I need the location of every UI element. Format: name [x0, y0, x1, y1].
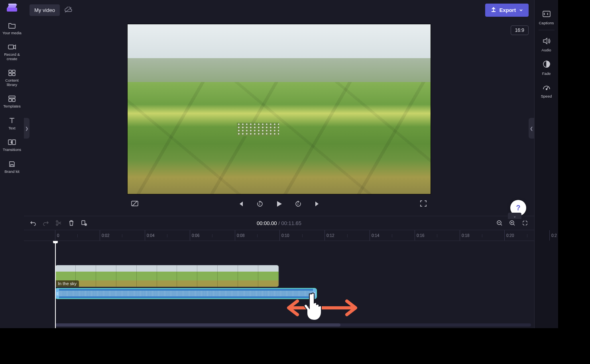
- chevron-down-icon: [519, 7, 523, 13]
- svg-line-14: [132, 201, 137, 206]
- ruler-tick: 0:06: [190, 230, 199, 241]
- audio-clip-right-handle[interactable]: ||: [313, 289, 316, 298]
- ruler-tick: 0:02: [100, 230, 109, 241]
- timeline-toolbar: 00:00.00 / 00:11.65: [24, 216, 534, 230]
- audio-clip[interactable]: || ||: [55, 288, 317, 299]
- video-clip-label: In the sky: [55, 280, 79, 287]
- zoom-fit-icon[interactable]: [521, 219, 529, 227]
- app-logo[interactable]: [5, 2, 19, 13]
- transitions-icon: [8, 138, 16, 146]
- sidebar-item-label: Record & create: [1, 53, 23, 61]
- sidebar-item-label: Fade: [542, 71, 551, 76]
- svg-rect-5: [9, 73, 12, 76]
- sidebar-item-label: Speed: [541, 94, 552, 98]
- sidebar-item-library[interactable]: Content library: [1, 66, 23, 92]
- svg-rect-8: [9, 99, 12, 102]
- audio-clip-left-handle[interactable]: ||: [56, 289, 59, 298]
- svg-rect-1: [8, 4, 16, 5]
- audio-waveform: [59, 289, 313, 298]
- project-title-button[interactable]: My video: [30, 4, 60, 16]
- expand-right-panel-handle[interactable]: ❮: [529, 118, 534, 139]
- main-editor: My video Export 16:9 ❯ ❮ 5: [24, 0, 534, 328]
- redo-icon: [42, 219, 49, 227]
- duration-time: 00:11.65: [281, 220, 301, 226]
- aspect-ratio-button[interactable]: 16:9: [511, 25, 529, 35]
- sidebar-item-label: Transitions: [3, 148, 21, 152]
- svg-rect-3: [9, 70, 12, 72]
- svg-point-18: [56, 224, 58, 225]
- rewind-5s-icon[interactable]: 5: [256, 200, 264, 208]
- svg-rect-11: [12, 140, 16, 145]
- timeline-scrollbar-thumb[interactable]: [55, 323, 340, 327]
- ruler-tick: 0:16: [415, 230, 424, 241]
- ruler-tick: 0:04: [145, 230, 154, 241]
- ruler-tick: 0:12: [324, 230, 334, 241]
- sidebar-item-fade[interactable]: Fade: [535, 56, 558, 80]
- skip-start-icon[interactable]: [236, 200, 245, 208]
- templates-icon: [8, 95, 16, 103]
- sidebar-item-transitions[interactable]: Transitions: [1, 135, 23, 157]
- sidebar-item-audio[interactable]: Audio: [535, 33, 558, 56]
- scissors-icon: [55, 219, 62, 227]
- sidebar-item-media[interactable]: Your media: [1, 18, 23, 40]
- export-button[interactable]: Export: [485, 4, 529, 17]
- svg-point-17: [56, 221, 58, 222]
- playhead[interactable]: [55, 241, 56, 328]
- trash-icon[interactable]: [68, 219, 75, 227]
- speedometer-icon: [543, 84, 551, 92]
- skip-end-icon[interactable]: [313, 200, 322, 208]
- right-sidebar: Captions Audio Fade Speed: [534, 0, 558, 328]
- ruler-tick: 0:18: [460, 230, 469, 241]
- svg-rect-9: [12, 99, 15, 102]
- text-icon: [8, 117, 16, 125]
- undo-icon[interactable]: [30, 219, 37, 227]
- split-copy-icon[interactable]: [81, 219, 88, 227]
- folder-icon: [8, 22, 16, 29]
- ruler-tick: 0:14: [370, 230, 379, 241]
- fade-icon: [543, 60, 551, 70]
- ruler-tick: 0:08: [235, 230, 244, 241]
- sidebar-item-label: Text: [8, 126, 15, 130]
- video-preview-canvas[interactable]: [127, 24, 431, 194]
- sidebar-item-label: Captions: [539, 21, 554, 25]
- fullscreen-icon[interactable]: [419, 199, 428, 208]
- forward-5s-icon[interactable]: 5: [294, 200, 303, 208]
- captions-icon: [542, 10, 551, 19]
- speaker-icon: [543, 37, 551, 46]
- safe-zone-toggle-icon[interactable]: [130, 199, 139, 208]
- zoom-out-icon[interactable]: [496, 219, 503, 227]
- ruler-tick: 0:10: [279, 230, 289, 241]
- transport-controls: 5 5: [127, 196, 431, 212]
- camera-icon: [8, 43, 16, 51]
- timeline-scrollbar[interactable]: [55, 323, 531, 327]
- timeline-ruler[interactable]: 0 0:02 0:04 0:06 0:08 0:10 0:12 0:14 0:1…: [24, 230, 534, 241]
- expand-left-panel-handle[interactable]: ❯: [24, 118, 30, 139]
- svg-text:5: 5: [297, 203, 299, 205]
- sidebar-item-templates[interactable]: Templates: [1, 92, 23, 113]
- svg-rect-4: [12, 70, 15, 72]
- sidebar-item-record[interactable]: Record & create: [1, 40, 23, 66]
- sidebar-item-label: Templates: [3, 104, 20, 108]
- svg-rect-7: [9, 96, 15, 98]
- timeline-tracks[interactable]: In the sky || ||: [24, 241, 534, 328]
- sidebar-item-label: Content library: [1, 78, 23, 87]
- ruler-tick: 0:20: [504, 230, 514, 241]
- svg-rect-2: [8, 45, 14, 49]
- left-sidebar: Your media Record & create Content libra…: [0, 0, 24, 328]
- sidebar-item-captions[interactable]: Captions: [535, 6, 558, 29]
- play-icon[interactable]: [275, 200, 283, 208]
- current-time: 00:00.00: [257, 220, 277, 226]
- video-clip[interactable]: In the sky: [55, 265, 279, 287]
- library-icon: [8, 69, 16, 77]
- export-label: Export: [500, 7, 516, 13]
- sidebar-item-brand[interactable]: Brand kit: [1, 157, 23, 178]
- sidebar-item-text[interactable]: Text: [1, 114, 23, 135]
- sidebar-item-speed[interactable]: Speed: [535, 80, 558, 102]
- svg-rect-6: [12, 73, 15, 76]
- ruler-tick: 0:2: [549, 230, 557, 241]
- brand-icon: [8, 160, 16, 168]
- question-icon: ?: [516, 204, 521, 212]
- zoom-in-icon[interactable]: [509, 219, 516, 227]
- sidebar-item-label: Audio: [541, 48, 551, 52]
- cloud-sync-off-icon[interactable]: [64, 6, 73, 14]
